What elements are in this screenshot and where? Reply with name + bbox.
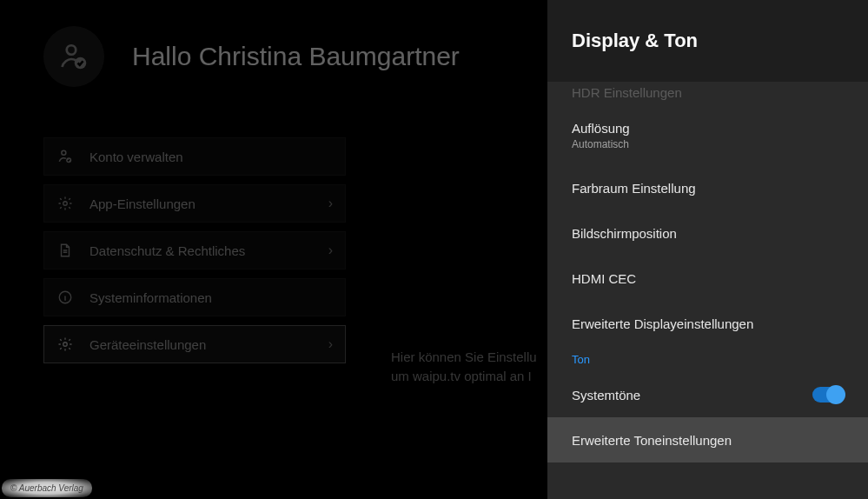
helper-text: Hier können Sie Einstellu um waipu.tv op…: [391, 348, 537, 386]
panel-item-system-sounds[interactable]: Systemtöne: [547, 371, 868, 417]
panel-item-resolution[interactable]: Auflösung Automatisch: [547, 105, 868, 165]
panel-item-label: Bildschirmposition: [572, 226, 844, 241]
menu-item-sysinfo[interactable]: Systeminformationen: [43, 278, 346, 316]
greeting-text: Hallo Christina Baumgartner: [132, 42, 460, 71]
gear-icon: [56, 336, 74, 353]
panel-item-sublabel: Automatisch: [572, 138, 844, 150]
panel-item-label: Erweiterte Toneinstellungen: [572, 433, 844, 448]
display-sound-panel: Display & Ton HDR Einstellungen Auflösun…: [547, 0, 868, 499]
chevron-right-icon: ›: [328, 243, 333, 258]
panel-item-screen-position[interactable]: Bildschirmposition: [547, 210, 868, 256]
menu-item-konto[interactable]: Konto verwalten: [43, 137, 346, 176]
panel-item-label: HDR Einstellungen: [572, 85, 844, 100]
menu-label: Geräteeinstellungen: [89, 337, 206, 352]
dimmed-main-content: Hallo Christina Baumgartner Konto verwal…: [0, 0, 547, 499]
panel-item-label: Systemtöne: [572, 388, 812, 403]
svg-point-4: [63, 202, 68, 206]
panel-item-advanced-sound[interactable]: Erweiterte Toneinstellungen: [547, 417, 868, 462]
menu-item-app-settings[interactable]: App-Einstellungen ›: [43, 184, 346, 223]
watermark: © Auerbach Verlag: [2, 479, 92, 497]
profile-avatar: [43, 26, 104, 87]
panel-item-label: Erweiterte Displayeinstellungen: [572, 316, 844, 331]
menu-label: Systeminformationen: [89, 290, 212, 305]
panel-item-hdr[interactable]: HDR Einstellungen: [547, 82, 868, 105]
panel-item-hdmi-cec[interactable]: HDMI CEC: [547, 256, 868, 301]
settings-menu: Konto verwalten App-Einstellungen › Date…: [43, 137, 346, 363]
info-icon: [56, 289, 74, 306]
menu-label: Konto verwalten: [89, 150, 183, 164]
svg-point-0: [67, 45, 76, 55]
helper-line: Hier können Sie Einstellu: [391, 348, 537, 367]
menu-label: Datenschutz & Rechtliches: [89, 243, 245, 258]
panel-item-colorspace[interactable]: Farbraum Einstellung: [547, 165, 868, 210]
gear-icon: [56, 195, 74, 212]
helper-line: um waipu.tv optimal an I: [391, 367, 537, 386]
panel-body: HDR Einstellungen Auflösung Automatisch …: [547, 82, 868, 499]
panel-item-label: HDMI CEC: [572, 271, 844, 286]
user-check-icon: [58, 41, 89, 72]
menu-item-privacy[interactable]: Datenschutz & Rechtliches ›: [43, 231, 346, 269]
chevron-right-icon: ›: [328, 336, 333, 352]
menu-label: App-Einstellungen: [89, 196, 195, 211]
toggle-switch-on[interactable]: [812, 387, 844, 403]
profile-header: Hallo Christina Baumgartner: [43, 26, 504, 87]
svg-point-2: [62, 150, 66, 155]
chevron-right-icon: ›: [328, 196, 333, 211]
document-icon: [56, 242, 74, 259]
panel-title: Display & Ton: [547, 0, 868, 82]
panel-item-advanced-display[interactable]: Erweiterte Displayeinstellungen: [547, 301, 868, 346]
user-check-icon: [56, 148, 74, 165]
panel-item-label: Auflösung: [572, 121, 844, 136]
svg-point-6: [63, 343, 68, 347]
section-heading-ton: Ton: [547, 346, 868, 371]
menu-item-device-settings[interactable]: Geräteeinstellungen ›: [43, 325, 346, 363]
panel-item-label: Farbraum Einstellung: [572, 181, 844, 196]
